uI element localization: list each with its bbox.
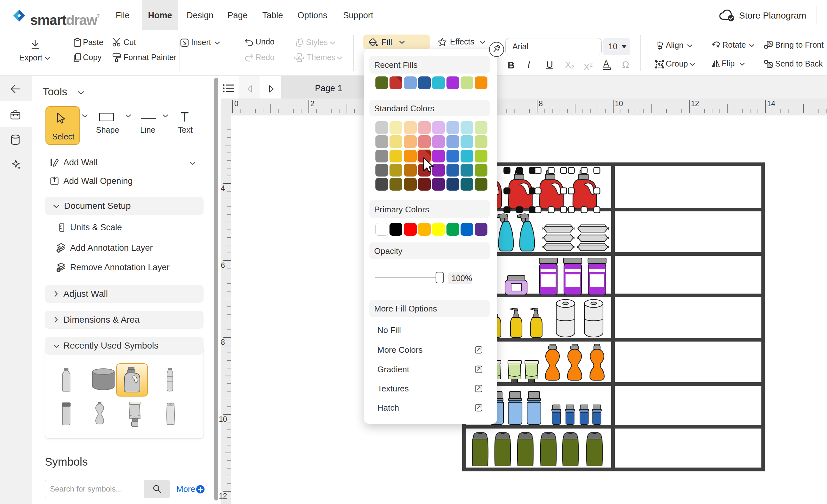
svg-text:10: 10 (219, 415, 227, 424)
svg-text:10: 10 (615, 100, 623, 108)
svg-text:2: 2 (310, 100, 314, 108)
svg-text:12: 12 (691, 100, 699, 108)
svg-text:12: 12 (219, 492, 227, 500)
svg-text:6: 6 (221, 261, 225, 270)
svg-text:0: 0 (234, 100, 238, 108)
svg-text:4: 4 (221, 184, 225, 192)
svg-text:8: 8 (539, 100, 543, 108)
svg-text:14: 14 (767, 100, 775, 108)
svg-text:8: 8 (221, 338, 225, 346)
